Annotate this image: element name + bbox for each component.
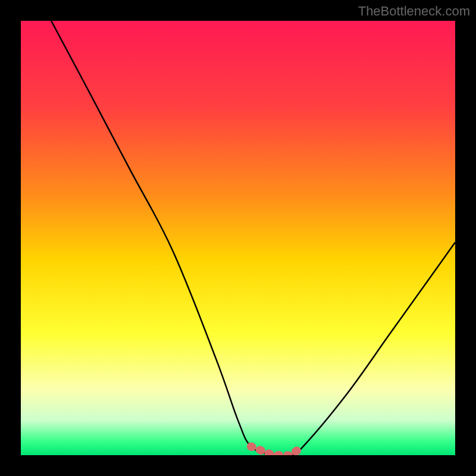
- optimal-region-marker: [251, 446, 303, 455]
- watermark-text: TheBottleneck.com: [358, 4, 470, 19]
- chart-frame: [21, 21, 455, 455]
- curve-layer: [21, 21, 455, 455]
- bottleneck-curve: [51, 21, 455, 455]
